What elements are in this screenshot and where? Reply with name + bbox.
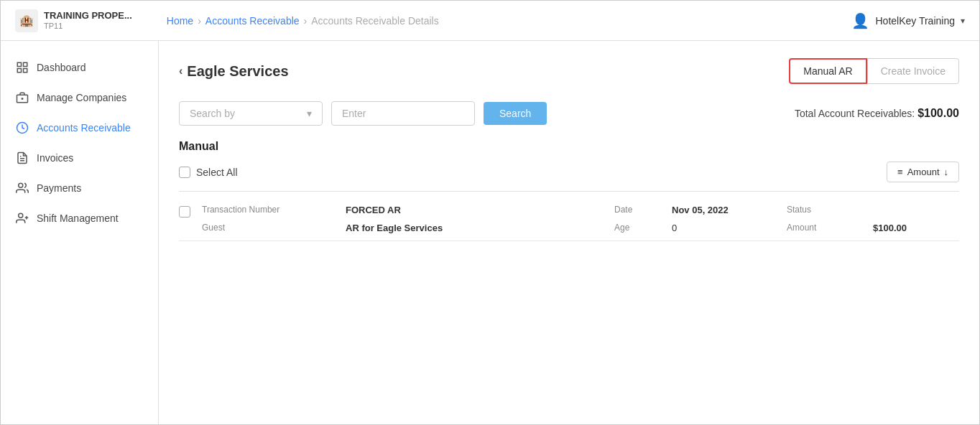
search-bar: Search by ▾ Search Total Account Receiva… (179, 101, 959, 126)
status-label: Status (787, 205, 873, 215)
sidebar-label-dashboard: Dashboard (37, 62, 86, 73)
svg-rect-0 (17, 62, 21, 66)
company-name: TRAINING PROPE... (44, 10, 132, 22)
breadcrumb-level2: Accounts Receivable Details (311, 15, 438, 27)
company-info: TRAINING PROPE... TP11 (44, 10, 132, 31)
sidebar-item-dashboard[interactable]: Dashboard (1, 52, 158, 83)
top-bar: 🏨 TRAINING PROPE... TP11 Home › Accounts… (1, 1, 979, 41)
sidebar-label-accounts-receivable: Accounts Receivable (37, 122, 131, 134)
user-menu-chevron[interactable]: ▾ (961, 16, 965, 26)
sidebar-item-accounts-receivable[interactable]: Accounts Receivable (1, 113, 158, 143)
sidebar-label-shift-management: Shift Management (37, 212, 119, 224)
manual-ar-button[interactable]: Manual AR (789, 58, 866, 84)
amount-label: Amount (787, 223, 873, 233)
select-all-checkbox[interactable] (179, 167, 190, 178)
sort-label: Amount (907, 167, 940, 177)
dashboard-icon (15, 60, 29, 75)
total-receivables: Total Account Receivables: $100.00 (795, 107, 959, 120)
back-button[interactable]: ‹ Eagle Services (179, 63, 289, 80)
logo-icon: 🏨 (15, 9, 38, 32)
transaction-label: Transaction Number (202, 205, 346, 215)
sidebar-item-shift-management[interactable]: Shift Management (1, 203, 158, 233)
sort-arrow: ↓ (944, 167, 949, 177)
search-button[interactable]: Search (484, 102, 547, 125)
user-icon: 👤 (851, 12, 869, 29)
select-all-area: Select All (179, 167, 238, 178)
page-title: Eagle Services (187, 63, 288, 80)
search-input[interactable] (331, 101, 475, 126)
sidebar-item-payments[interactable]: Payments (1, 173, 158, 203)
svg-rect-1 (24, 62, 27, 66)
row-checkbox[interactable] (179, 206, 190, 218)
svg-rect-3 (24, 69, 27, 73)
sidebar-item-invoices[interactable]: Invoices (1, 143, 158, 173)
create-invoice-button[interactable]: Create Invoice (867, 58, 959, 84)
breadcrumb-sep1: › (198, 15, 201, 27)
total-amount: $100.00 (917, 107, 959, 119)
top-bar-left: 🏨 TRAINING PROPE... TP11 Home › Accounts… (15, 9, 439, 32)
main-content: ‹ Eagle Services Manual AR Create Invoic… (159, 41, 979, 424)
sidebar-label-payments: Payments (37, 182, 81, 194)
table-divider (179, 191, 959, 192)
row-top: Transaction Number FORCED AR Date Nov 05… (202, 205, 959, 215)
sidebar-label-invoices: Invoices (37, 152, 73, 164)
svg-rect-2 (17, 69, 21, 73)
date-label: Date (614, 205, 672, 215)
accounts-receivable-icon (15, 121, 29, 135)
user-name: HotelKey Training (875, 15, 955, 27)
back-arrow-icon: ‹ (179, 65, 182, 78)
svg-point-10 (19, 183, 23, 187)
transaction-value: FORCED AR (346, 205, 614, 215)
top-bar-right: 👤 HotelKey Training ▾ (851, 12, 965, 29)
company-sub: TP11 (44, 22, 132, 31)
search-by-dropdown[interactable]: Search by ▾ (179, 101, 323, 126)
date-value: Nov 05, 2022 (672, 205, 787, 215)
header-actions: Manual AR Create Invoice (789, 58, 959, 84)
guest-label: Guest (202, 223, 346, 233)
row-content: Transaction Number FORCED AR Date Nov 05… (202, 205, 959, 233)
dropdown-chevron: ▾ (307, 108, 312, 119)
total-label-text: Total Account Receivables: (795, 108, 915, 119)
sort-amount-button[interactable]: ≡ Amount ↓ (887, 162, 959, 182)
sidebar-label-manage-companies: Manage Companies (37, 92, 126, 103)
section-controls: Select All ≡ Amount ↓ (179, 162, 959, 182)
breadcrumb: Home › Accounts Receivable › Accounts Re… (167, 15, 439, 27)
sort-icon: ≡ (897, 167, 903, 177)
sidebar: Dashboard Manage Companies Accounts Rece… (1, 41, 159, 424)
search-by-label: Search by (190, 108, 235, 119)
payments-icon (15, 181, 29, 195)
row-bottom: Guest AR for Eagle Services Age 0 Amount… (202, 223, 959, 233)
breadcrumb-sep2: › (304, 15, 308, 27)
manage-companies-icon (15, 90, 29, 105)
row-checkbox-area (179, 205, 202, 233)
status-value (873, 205, 959, 215)
age-value: 0 (672, 223, 787, 233)
amount-value: $100.00 (873, 223, 959, 233)
age-label: Age (614, 223, 672, 233)
page-header: ‹ Eagle Services Manual AR Create Invoic… (179, 58, 959, 84)
table-row: Transaction Number FORCED AR Date Nov 05… (179, 197, 959, 241)
guest-value: AR for Eagle Services (346, 223, 614, 233)
section-title: Manual (179, 140, 959, 153)
svg-point-11 (19, 213, 23, 218)
breadcrumb-home[interactable]: Home (167, 15, 193, 27)
shift-management-icon (15, 211, 29, 225)
sidebar-item-manage-companies[interactable]: Manage Companies (1, 83, 158, 113)
invoices-icon (15, 151, 29, 165)
breadcrumb-level1[interactable]: Accounts Receivable (205, 15, 300, 27)
select-all-label: Select All (196, 167, 238, 178)
